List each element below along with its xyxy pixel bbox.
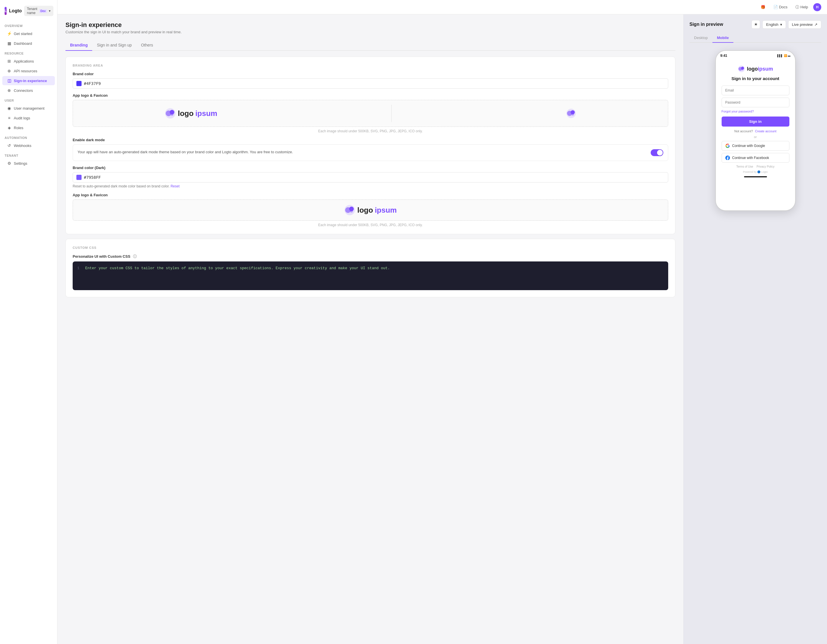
docs-icon: 📄 [773,5,778,9]
dark-mode-label: Enable dark mode [73,138,668,142]
brand-color-swatch [76,81,81,86]
sidebar-item-api-resources[interactable]: ⊕ API resources [2,66,55,75]
phone-password-input[interactable] [722,98,790,107]
brand-color-input[interactable]: #4F37F9 [73,78,668,89]
phone-status-icons: ▌▌▌ 🛜 ▬ [777,54,790,57]
phone-forgot-password[interactable]: Forgot your password? [722,110,790,113]
branding-card: BRANDING AREA Brand color #4F37F9 App lo… [66,56,676,234]
terms-link[interactable]: Terms of Use [736,165,753,168]
custom-css-card: CUSTOM CSS Personalize UI with Custom CS… [66,239,676,297]
users-icon: ◉ [7,106,11,110]
automation-section-label: AUTOMATION [0,132,57,141]
sidebar-item-webhooks[interactable]: ↺ Webhooks [2,141,55,150]
tab-others[interactable]: Others [136,40,158,51]
logo-main-placeholder: logoipsum [165,107,217,119]
sidebar-item-roles[interactable]: ◈ Roles [2,123,55,132]
dark-logo-upload-area[interactable]: logoipsum [73,199,668,221]
resource-section-label: RESOURCE [0,48,57,56]
roles-icon: ◈ [7,125,11,130]
battery-icon: ▬ [788,54,791,57]
dark-brand-color-input[interactable]: #7958FF [73,172,668,182]
google-icon [726,143,730,148]
sidebar-item-settings[interactable]: ⚙ Settings [2,159,55,168]
svg-point-3 [170,113,173,116]
preview-tab-mobile[interactable]: Mobile [712,33,733,43]
logo-label: App logo & Favicon [73,93,668,98]
theme-toggle-button[interactable]: ☀ [752,20,760,29]
topbar: 🎁 📄 Docs ⓘ Help Н [58,0,827,14]
live-preview-button[interactable]: Live preview ↗ [788,20,821,29]
logipsum-icon-main [165,107,176,119]
gift-icon: 🎁 [761,5,765,9]
dark-mode-toggle[interactable] [651,149,663,156]
overview-section-label: OVERVIEW [0,21,57,29]
phone-create-account-link[interactable]: Create account [755,129,777,133]
logo-favicon-placeholder [566,108,576,118]
phone-google-button[interactable]: Continue with Google [722,141,790,151]
sidebar-item-get-started[interactable]: ⚡ Get started [2,29,55,38]
sidebar-item-sign-in-experience[interactable]: ◫ Sign-in experience [2,76,55,85]
help-button[interactable]: ⓘ Help [793,3,811,11]
phone-signin-button[interactable]: Sign in [722,117,790,126]
api-icon: ⊕ [7,68,11,73]
sidebar-item-label: Dashboard [14,41,32,46]
docs-label: Docs [779,5,788,9]
phone-facebook-button[interactable]: Continue with Facebook [722,153,790,163]
brand-color-value: #4F37F9 [84,81,101,86]
sidebar: L Logto Tenant name Dev ▾ OVERVIEW ⚡ Get… [0,0,58,644]
page-header: Sign-in experience Customize the sign in… [66,21,676,34]
chevron-down-icon: ▾ [780,22,782,27]
tab-branding[interactable]: Branding [66,40,92,51]
tab-sign-in-sign-up[interactable]: Sign in and Sign up [92,40,136,51]
phone-email-input[interactable] [722,86,790,95]
sidebar-item-audit-logs[interactable]: ≡ Audit logs [2,114,55,123]
google-button-label: Continue with Google [732,144,765,148]
sidebar-item-label: Sign-in experience [14,79,47,83]
reset-link[interactable]: Reset [170,184,179,188]
main-and-preview: Sign-in experience Customize the sign in… [58,14,827,644]
logs-icon: ≡ [7,116,11,120]
applications-icon: ⊞ [7,59,11,64]
phone-time: 9:41 [721,54,727,58]
gift-button[interactable]: 🎁 [758,3,768,11]
phone-or-divider: or [722,135,790,138]
right-panel: Sign in preview ☀ English ▾ Live preview… [683,14,827,644]
logipsum-favicon-icon [566,108,576,118]
dark-mode-toggle-row: Your app will have an auto-generated dar… [73,145,668,161]
language-selector[interactable]: English ▾ [762,20,786,29]
sidebar-item-connectors[interactable]: ⊗ Connectors [2,86,55,95]
dark-brand-color-value: #7958FF [84,175,101,180]
tenant-section-label: TENANT [0,150,57,159]
wifi-icon: 🛜 [784,54,787,57]
svg-point-15 [742,68,744,71]
logipsum-logo-dark: logoipsum [344,204,396,216]
phone-footer-links: Terms of Use Privacy Policy [722,165,790,168]
sidebar-item-applications[interactable]: ⊞ Applications [2,56,55,66]
live-preview-label: Live preview [792,22,813,27]
phone-preview-wrapper: 9:41 ▌▌▌ 🛜 ▬ [690,47,821,214]
dark-logo-label: App logo & Favicon [73,193,668,197]
sidebar-item-label: Webhooks [14,143,31,148]
dark-brand-color-label: Brand color (Dark) [73,166,668,170]
webhooks-icon: ↺ [7,143,11,148]
preview-tab-desktop[interactable]: Desktop [690,33,712,43]
tenant-selector[interactable]: Tenant name Dev ▾ [24,6,53,16]
sidebar-item-user-management[interactable]: ◉ User management [2,104,55,113]
dark-brand-color-swatch [76,175,81,180]
sidebar-logo: L Logto Tenant name Dev ▾ [0,3,57,21]
svg-point-11 [350,210,353,213]
logo-upload-area[interactable]: logoipsum [73,100,668,127]
app: L Logto Tenant name Dev ▾ OVERVIEW ⚡ Get… [0,0,827,644]
docs-button[interactable]: 📄 Docs [771,3,791,11]
svg-point-7 [571,113,574,116]
avatar[interactable]: Н [813,3,821,11]
privacy-link[interactable]: Privacy Policy [757,165,774,168]
sidebar-item-label: Applications [14,59,34,64]
user-section-label: USER [0,95,57,103]
help-icon: ⓘ [796,5,799,10]
branding-section-label: BRANDING AREA [73,64,668,67]
sidebar-item-dashboard[interactable]: ▦ Dashboard [2,39,55,48]
css-editor[interactable]: 1 Enter your custom CSS to tailor the st… [73,261,668,290]
logo-hint: Each image should under 500KB, SVG, PNG,… [73,129,668,133]
preview-title: Sign in preview [690,22,723,27]
